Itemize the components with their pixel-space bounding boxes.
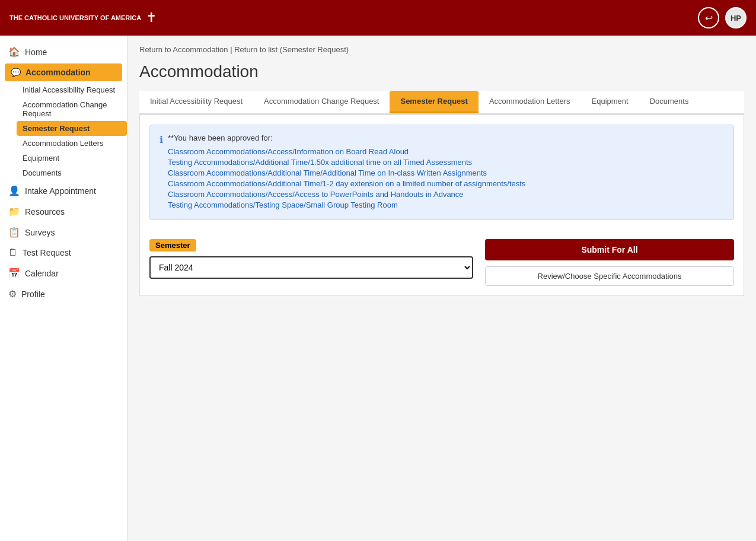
- info-icon: ℹ: [160, 134, 163, 145]
- sidebar-item-calendar[interactable]: 📅 Calendar: [0, 263, 127, 284]
- sidebar-item-surveys[interactable]: 📋 Surveys: [0, 222, 127, 243]
- accommodation-link-4[interactable]: Classroom Accommodations/Access/Access t…: [168, 190, 525, 199]
- sidebar-item-accommodation[interactable]: 💬 Accommodation: [5, 63, 122, 81]
- header-actions: ↩ HP: [698, 7, 747, 28]
- resources-icon: 📁: [8, 206, 20, 217]
- accommodation-link-1[interactable]: Testing Accommodations/Additional Time/1…: [168, 158, 525, 167]
- submit-for-all-button[interactable]: Submit For All: [485, 239, 734, 260]
- semester-select[interactable]: Fall 2024 Spring 2025 Summer 2025: [149, 256, 473, 279]
- sidebar-subitem-initial-accessibility[interactable]: Initial Accessibility Request: [17, 82, 127, 97]
- sidebar-item-intake-appointment[interactable]: 👤 Intake Appointment: [0, 180, 127, 201]
- sidebar-surveys-label: Surveys: [25, 228, 55, 237]
- page-title: Accommodation: [139, 62, 744, 81]
- accommodation-icon: 💬: [11, 68, 21, 77]
- accommodation-submenu: Initial Accessibility Request Accommodat…: [0, 82, 127, 180]
- sidebar-subitem-accommodation-change[interactable]: Accommodation Change Request: [17, 97, 127, 121]
- surveys-icon: 📋: [8, 227, 20, 238]
- semester-label: Semester: [149, 239, 196, 252]
- tab-equipment[interactable]: Equipment: [581, 91, 639, 113]
- cross-icon: ✝: [146, 10, 157, 26]
- sidebar-home-label: Home: [25, 47, 47, 57]
- home-icon: 🏠: [8, 46, 20, 58]
- sidebar-item-home[interactable]: 🏠 Home: [0, 42, 127, 62]
- tab-accommodation-letters[interactable]: Accommodation Letters: [479, 91, 581, 113]
- sidebar-calendar-label: Calendar: [25, 269, 59, 278]
- profile-icon: ⚙: [8, 288, 17, 300]
- sidebar-test-request-label: Test Request: [23, 248, 71, 257]
- form-area: Semester Fall 2024 Spring 2025 Summer 20…: [140, 230, 744, 295]
- tab-documents[interactable]: Documents: [639, 91, 700, 113]
- tab-semester-request[interactable]: Semester Request: [390, 91, 478, 113]
- sidebar-subitem-semester-request[interactable]: Semester Request: [17, 121, 127, 136]
- review-accommodations-button[interactable]: Review/Choose Specific Accommodations: [485, 266, 734, 286]
- university-logo: THE CATHOLIC UNIVERSITY OF AMERICA ✝: [9, 10, 157, 26]
- accommodation-link-3[interactable]: Classroom Accommodations/Additional Time…: [168, 179, 525, 188]
- layout: 🏠 Home 💬 Accommodation Initial Accessibi…: [0, 36, 756, 541]
- content-box: ℹ **You have been approved for: Classroo…: [139, 114, 744, 296]
- accommodation-link-2[interactable]: Classroom Accommodations/Additional Time…: [168, 168, 525, 177]
- intake-icon: 👤: [8, 185, 20, 196]
- sidebar-resources-label: Resources: [25, 207, 65, 217]
- sidebar: 🏠 Home 💬 Accommodation Initial Accessibi…: [0, 36, 127, 541]
- accommodation-link-0[interactable]: Classroom Accommodations/Access/Informat…: [168, 147, 525, 156]
- accommodation-label: Accommodation: [25, 68, 91, 77]
- test-request-icon: 🗒: [8, 247, 18, 258]
- accommodation-link-5[interactable]: Testing Accommodations/Testing Space/Sma…: [168, 201, 525, 209]
- tab-accommodation-change[interactable]: Accommodation Change Request: [253, 91, 390, 113]
- form-right: Submit For All Review/Choose Specific Ac…: [485, 239, 734, 286]
- info-content: **You have been approved for: Classroom …: [168, 133, 525, 211]
- breadcrumb-return-accommodation[interactable]: Return to Accommodation: [139, 45, 228, 54]
- sidebar-subitem-accommodation-letters[interactable]: Accommodation Letters: [17, 136, 127, 151]
- sidebar-item-test-request[interactable]: 🗒 Test Request: [0, 243, 127, 263]
- sidebar-item-profile[interactable]: ⚙ Profile: [0, 284, 127, 304]
- user-avatar[interactable]: HP: [725, 7, 747, 28]
- tab-initial-accessibility[interactable]: Initial Accessibility Request: [139, 91, 253, 113]
- form-left: Semester Fall 2024 Spring 2025 Summer 20…: [149, 239, 473, 279]
- info-banner: ℹ **You have been approved for: Classroo…: [149, 125, 734, 220]
- info-banner-title: **You have been approved for:: [168, 133, 525, 142]
- main-content: Return to Accommodation | Return to list…: [127, 36, 756, 541]
- breadcrumb: Return to Accommodation | Return to list…: [139, 45, 744, 54]
- header: THE CATHOLIC UNIVERSITY OF AMERICA ✝ ↩ H…: [0, 0, 756, 36]
- sidebar-subitem-documents[interactable]: Documents: [17, 166, 127, 180]
- breadcrumb-return-list[interactable]: Return to list (Semester Request): [234, 45, 349, 54]
- info-banner-header: ℹ **You have been approved for: Classroo…: [160, 133, 724, 211]
- calendar-icon: 📅: [8, 268, 20, 279]
- university-name: THE CATHOLIC UNIVERSITY OF AMERICA: [9, 14, 141, 22]
- sidebar-subitem-equipment[interactable]: Equipment: [17, 151, 127, 166]
- back-icon-button[interactable]: ↩: [698, 7, 719, 28]
- sidebar-item-resources[interactable]: 📁 Resources: [0, 201, 127, 222]
- sidebar-intake-label: Intake Appointment: [25, 186, 96, 196]
- tabs-bar: Initial Accessibility Request Accommodat…: [139, 91, 744, 114]
- sidebar-profile-label: Profile: [21, 289, 45, 299]
